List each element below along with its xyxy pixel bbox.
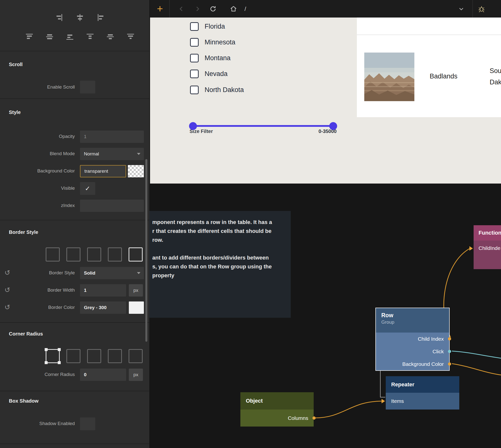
slider-handle-max[interactable] <box>329 122 337 130</box>
enable-scroll-checkbox[interactable] <box>80 81 95 93</box>
border-color-input[interactable]: Grey - 300 <box>80 301 126 314</box>
align-top-icon[interactable] <box>25 32 34 41</box>
shadow-enabled-checkbox[interactable] <box>80 417 95 430</box>
corner-option-4[interactable] <box>108 349 122 363</box>
state-list-item[interactable]: Florida <box>190 22 225 31</box>
blend-mode-select[interactable]: Normal <box>80 148 144 160</box>
corner-radius-value: 0 <box>84 372 87 377</box>
corner-option-2[interactable] <box>66 349 80 363</box>
wire-columns-to-items[interactable] <box>314 401 382 418</box>
distribute-middle-icon[interactable] <box>106 32 115 41</box>
home-button[interactable] <box>229 0 238 18</box>
back-button[interactable] <box>178 0 185 18</box>
port-dot-background-color[interactable] <box>448 362 451 366</box>
checkbox-montana[interactable] <box>190 54 199 62</box>
state-list-item[interactable]: Nevada <box>190 69 228 78</box>
checkbox-minnesota[interactable] <box>190 38 199 47</box>
visible-checkbox[interactable] <box>80 182 95 195</box>
corner-option-all[interactable] <box>46 349 60 363</box>
node-function-header[interactable]: Function <box>474 225 501 241</box>
size-filter-slider-track[interactable] <box>193 125 333 127</box>
divider <box>357 35 501 35</box>
port-dot-click[interactable] <box>448 350 451 353</box>
divider <box>0 98 149 99</box>
checkbox-nevada[interactable] <box>190 70 199 78</box>
add-tab-button[interactable]: + <box>154 0 165 18</box>
port-child-index[interactable]: Child Index <box>376 333 449 345</box>
border-width-unit[interactable]: px <box>129 284 143 297</box>
node-repeater[interactable]: Repeater Items <box>386 376 459 410</box>
viewport-dropdown-button[interactable] <box>458 0 465 18</box>
section-title-style: Style <box>9 110 21 115</box>
port-dot-child-index[interactable] <box>448 337 451 340</box>
border-side-option-2[interactable] <box>66 247 80 261</box>
align-right-edges-icon[interactable] <box>55 13 64 22</box>
preview-pane: Florida Minnesota Montana Nevada North D… <box>150 18 501 184</box>
corner-option-5[interactable] <box>129 349 143 363</box>
port-b[interactable]: b <box>474 256 501 269</box>
distribute-bottom-icon[interactable] <box>126 32 135 41</box>
state-list-item[interactable]: Montana <box>190 54 231 62</box>
border-width-value: 1 <box>84 288 87 293</box>
border-side-option-3[interactable] <box>87 247 101 261</box>
input-arrow-icon[interactable] <box>382 399 385 403</box>
preview-toolbar: + / <box>150 0 501 18</box>
opacity-input[interactable]: 1 <box>80 131 144 143</box>
checkbox-florida[interactable] <box>190 22 199 31</box>
align-left-edges-icon[interactable] <box>96 13 105 22</box>
node-row-header[interactable]: Row Group <box>376 308 449 333</box>
card-region-line1: Sou <box>490 67 501 75</box>
forward-button[interactable] <box>194 0 201 18</box>
border-style-select[interactable]: Solid <box>80 267 144 279</box>
distribute-top-icon[interactable] <box>86 32 95 41</box>
border-color-swatch[interactable] <box>129 301 144 314</box>
help-tooltip: mponent represents a row in the table. I… <box>149 211 291 318</box>
checkbox-label: Nevada <box>205 70 228 78</box>
background-color-input[interactable]: transparent <box>80 165 126 177</box>
home-icon <box>230 5 237 13</box>
input-arrow-icon[interactable] <box>469 246 473 251</box>
checkbox-north-dakota[interactable] <box>190 86 199 94</box>
node-repeater-header[interactable]: Repeater <box>386 376 459 393</box>
url-path[interactable]: / <box>242 0 248 18</box>
corner-radius-unit[interactable]: px <box>129 369 143 381</box>
divider <box>0 220 149 220</box>
wire-click-out[interactable] <box>452 351 501 358</box>
port-items[interactable]: Items <box>386 393 459 410</box>
divider <box>0 51 149 51</box>
result-card[interactable]: Badlands Sou Dak <box>357 18 501 117</box>
zindex-label: zIndex <box>0 203 75 208</box>
corner-option-3[interactable] <box>87 349 101 363</box>
port-dot-columns[interactable] <box>312 416 316 420</box>
state-list-item[interactable]: North Dakota <box>190 85 244 94</box>
node-object-header[interactable]: Object <box>240 392 314 410</box>
scrollbar-thumb[interactable] <box>145 159 147 342</box>
port-click[interactable]: Click <box>376 345 449 358</box>
tooltip-line: property <box>152 271 287 280</box>
port-background-color[interactable]: Background Color <box>376 358 449 370</box>
corner-radius-input[interactable]: 0 <box>80 369 126 381</box>
port-childindex[interactable]: ChildInde <box>474 241 501 256</box>
align-center-horizontal-icon[interactable] <box>76 13 84 22</box>
border-side-option-4[interactable] <box>108 247 122 261</box>
node-object[interactable]: Object Columns <box>240 392 314 427</box>
app-root: mponent represents a row in the table. I… <box>0 0 501 448</box>
zindex-input[interactable] <box>80 200 144 212</box>
enable-scroll-label: Enable Scroll <box>0 84 75 90</box>
border-width-input[interactable]: 1 <box>80 284 126 297</box>
align-middle-icon[interactable] <box>45 32 54 41</box>
border-side-option-all[interactable] <box>129 247 143 261</box>
debug-button[interactable] <box>477 0 486 18</box>
node-row-group[interactable]: Row Group Child Index Click Background C… <box>375 308 450 371</box>
slider-handle-min[interactable] <box>189 122 197 130</box>
state-list-item[interactable]: Minnesota <box>190 38 235 47</box>
card-region-line2: Dak <box>490 78 501 86</box>
wire-background-color-out[interactable] <box>452 364 501 375</box>
background-color-swatch[interactable] <box>128 165 144 177</box>
port-columns[interactable]: Columns <box>240 410 314 427</box>
align-bottom-icon[interactable] <box>65 32 74 41</box>
size-filter-range: 0-35000 <box>288 129 337 134</box>
node-function[interactable]: Function ChildInde b <box>474 225 501 269</box>
reload-button[interactable] <box>209 0 217 18</box>
border-side-option-1[interactable] <box>46 247 60 261</box>
